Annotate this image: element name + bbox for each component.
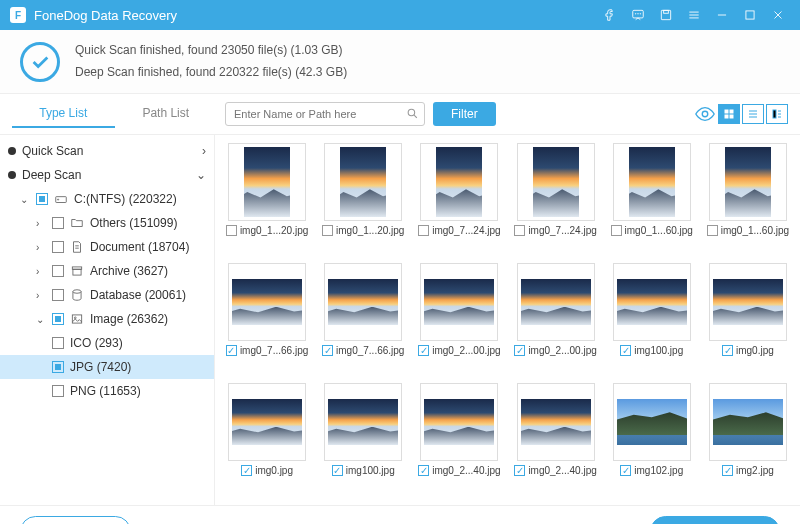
file-checkbox[interactable]: ✓ — [332, 465, 343, 476]
feedback-icon[interactable] — [626, 3, 650, 27]
sidebar-ico[interactable]: ICO (293) — [0, 331, 214, 355]
sidebar-document[interactable]: ›Document (18704) — [0, 235, 214, 259]
svg-point-15 — [58, 199, 59, 200]
sidebar-label: Others (151099) — [90, 216, 177, 230]
sidebar-jpg[interactable]: JPG (7420) — [0, 355, 214, 379]
sidebar-quick-scan[interactable]: Quick Scan› — [0, 139, 214, 163]
drive-icon — [54, 192, 68, 206]
file-checkbox[interactable] — [707, 225, 718, 236]
file-card[interactable]: ✓img102.jpg — [606, 383, 698, 497]
app-logo: F — [10, 7, 26, 23]
thumbnail — [420, 383, 498, 461]
file-checkbox[interactable] — [226, 225, 237, 236]
file-name: img2.jpg — [736, 465, 774, 476]
file-checkbox[interactable]: ✓ — [226, 345, 237, 356]
svg-point-7 — [408, 109, 415, 116]
menu-icon[interactable] — [682, 3, 706, 27]
file-card[interactable]: ✓img0_2...00.jpg — [413, 263, 505, 377]
file-card[interactable]: img0_7...24.jpg — [413, 143, 505, 257]
footer: Back Selected 12 items/9.43 MB Recover — [0, 505, 800, 524]
sidebar-database[interactable]: ›Database (20061) — [0, 283, 214, 307]
svg-rect-4 — [661, 10, 670, 19]
thumbnail — [420, 143, 498, 221]
sidebar-drive[interactable]: ⌄C:(NTFS) (220322) — [0, 187, 214, 211]
file-checkbox[interactable]: ✓ — [514, 345, 525, 356]
maximize-icon[interactable] — [738, 3, 762, 27]
file-name: img0.jpg — [255, 465, 293, 476]
file-card[interactable]: ✓img0_2...00.jpg — [509, 263, 601, 377]
file-checkbox[interactable]: ✓ — [722, 345, 733, 356]
file-checkbox[interactable]: ✓ — [620, 345, 631, 356]
svg-point-8 — [702, 111, 708, 117]
file-checkbox[interactable] — [514, 225, 525, 236]
file-card[interactable]: ✓img0.jpg — [221, 383, 313, 497]
file-card[interactable]: ✓img100.jpg — [317, 383, 409, 497]
sidebar-image[interactable]: ⌄Image (26362) — [0, 307, 214, 331]
view-list-icon[interactable] — [742, 104, 764, 124]
file-name: img0_2...40.jpg — [432, 465, 500, 476]
titlebar: F FoneDog Data Recovery — [0, 0, 800, 30]
file-card[interactable]: ✓img2.jpg — [702, 383, 794, 497]
search-input[interactable] — [225, 102, 425, 126]
file-card[interactable]: ✓img0.jpg — [702, 263, 794, 377]
thumbnail — [324, 143, 402, 221]
file-checkbox[interactable]: ✓ — [722, 465, 733, 476]
sidebar-others[interactable]: ›Others (151099) — [0, 211, 214, 235]
file-card[interactable]: img0_1...20.jpg — [317, 143, 409, 257]
file-checkbox[interactable]: ✓ — [418, 345, 429, 356]
save-icon[interactable] — [654, 3, 678, 27]
toolbar: Type List Path List Filter — [0, 94, 800, 135]
filter-button[interactable]: Filter — [433, 102, 496, 126]
tab-type-list[interactable]: Type List — [12, 100, 115, 128]
view-detail-icon[interactable] — [766, 104, 788, 124]
sidebar-label: Archive (3627) — [90, 264, 168, 278]
sidebar: Quick Scan› Deep Scan⌄ ⌄C:(NTFS) (220322… — [0, 135, 215, 505]
file-checkbox[interactable] — [418, 225, 429, 236]
sidebar-png[interactable]: PNG (11653) — [0, 379, 214, 403]
sidebar-label: Quick Scan — [22, 144, 83, 158]
file-card[interactable]: ✓img100.jpg — [606, 263, 698, 377]
file-checkbox[interactable]: ✓ — [514, 465, 525, 476]
file-card[interactable]: img0_1...60.jpg — [702, 143, 794, 257]
svg-rect-19 — [72, 315, 81, 323]
thumbnail — [228, 383, 306, 461]
minimize-icon[interactable] — [710, 3, 734, 27]
tab-path-list[interactable]: Path List — [115, 100, 218, 128]
sidebar-label: Image (26362) — [90, 312, 168, 326]
search-box — [225, 102, 425, 126]
file-checkbox[interactable] — [611, 225, 622, 236]
file-name: img0_7...24.jpg — [432, 225, 500, 236]
deep-scan-status: Deep Scan finished, found 220322 file(s)… — [75, 62, 347, 84]
file-card[interactable]: ✓img0_2...40.jpg — [413, 383, 505, 497]
file-name: img0_7...24.jpg — [528, 225, 596, 236]
file-checkbox[interactable] — [322, 225, 333, 236]
sidebar-label: ICO (293) — [70, 336, 123, 350]
file-checkbox[interactable]: ✓ — [241, 465, 252, 476]
file-card[interactable]: img0_1...20.jpg — [221, 143, 313, 257]
file-card[interactable]: ✓img0_2...40.jpg — [509, 383, 601, 497]
svg-point-18 — [73, 290, 81, 294]
file-checkbox[interactable]: ✓ — [418, 465, 429, 476]
sidebar-deep-scan[interactable]: Deep Scan⌄ — [0, 163, 214, 187]
file-name: img100.jpg — [346, 465, 395, 476]
recover-button[interactable]: Recover — [650, 516, 780, 524]
file-card[interactable]: ✓img0_7...66.jpg — [221, 263, 313, 377]
file-card[interactable]: img0_1...60.jpg — [606, 143, 698, 257]
folder-icon — [70, 216, 84, 230]
file-name: img0_1...60.jpg — [721, 225, 789, 236]
file-card[interactable]: ✓img0_7...66.jpg — [317, 263, 409, 377]
thumbnail — [517, 143, 595, 221]
file-checkbox[interactable]: ✓ — [322, 345, 333, 356]
close-icon[interactable] — [766, 3, 790, 27]
sidebar-label: PNG (11653) — [70, 384, 141, 398]
file-card[interactable]: img0_7...24.jpg — [509, 143, 601, 257]
sidebar-archive[interactable]: ›Archive (3627) — [0, 259, 214, 283]
archive-icon — [70, 264, 84, 278]
back-button[interactable]: Back — [20, 516, 131, 524]
file-checkbox[interactable]: ✓ — [620, 465, 631, 476]
svg-rect-11 — [725, 115, 729, 119]
preview-icon[interactable] — [694, 104, 716, 124]
thumbnail — [709, 383, 787, 461]
facebook-icon[interactable] — [598, 3, 622, 27]
view-grid-icon[interactable] — [718, 104, 740, 124]
